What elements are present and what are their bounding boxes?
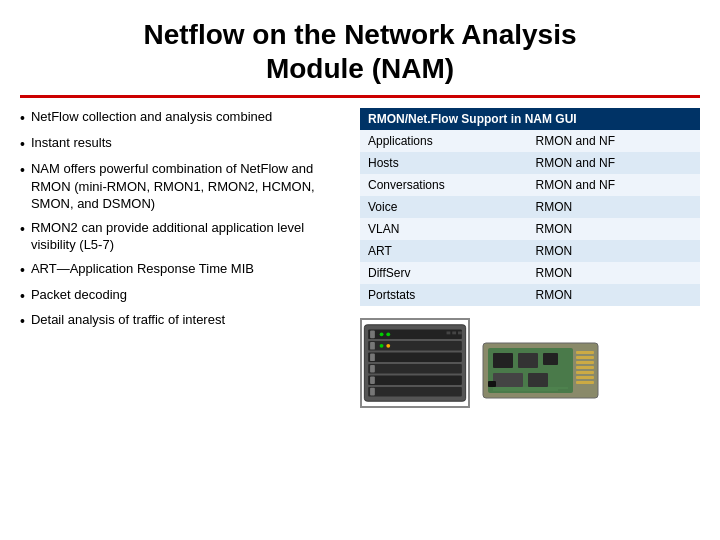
list-item: • Packet decoding <box>20 286 340 306</box>
svg-rect-5 <box>368 376 462 386</box>
table-body: ApplicationsRMON and NFHostsRMON and NFC… <box>360 130 700 306</box>
table-cell-label: Applications <box>360 130 528 152</box>
svg-point-16 <box>380 333 384 337</box>
table-cell-value: RMON and NF <box>528 130 700 152</box>
table-header-row: RMON/Net.Flow Support in NAM GUI <box>360 108 700 130</box>
table-cell-value: RMON <box>528 196 700 218</box>
table-cell-label: ART <box>360 240 528 262</box>
chassis-image <box>360 318 470 408</box>
nam-support-table: RMON/Net.Flow Support in NAM GUI Applica… <box>360 108 700 306</box>
svg-rect-14 <box>452 332 456 335</box>
list-item: • ART—Application Response Time MIB <box>20 260 340 280</box>
table-cell-label: VLAN <box>360 218 528 240</box>
svg-rect-15 <box>458 332 462 335</box>
bullet-icon: • <box>20 312 25 331</box>
svg-rect-27 <box>576 351 594 354</box>
svg-point-18 <box>380 344 384 348</box>
svg-rect-31 <box>576 371 594 374</box>
slide-title: Netflow on the Network Analysis Module (… <box>20 18 700 85</box>
svg-rect-30 <box>576 366 594 369</box>
table-cell-label: Conversations <box>360 174 528 196</box>
slide-container: Netflow on the Network Analysis Module (… <box>0 0 720 540</box>
table-row: ARTRMON <box>360 240 700 262</box>
table-cell-value: RMON <box>528 262 700 284</box>
svg-rect-7 <box>370 331 375 339</box>
svg-rect-10 <box>370 365 375 373</box>
svg-rect-32 <box>576 376 594 379</box>
table-cell-label: Hosts <box>360 152 528 174</box>
bullet-icon: • <box>20 109 25 128</box>
svg-rect-12 <box>370 388 375 396</box>
images-row <box>360 318 700 408</box>
table-row: DiffServRMON <box>360 262 700 284</box>
table-cell-value: RMON and NF <box>528 152 700 174</box>
bullet-icon: • <box>20 135 25 154</box>
svg-rect-3 <box>368 353 462 363</box>
svg-point-19 <box>386 344 390 348</box>
header-divider <box>20 95 700 98</box>
svg-rect-36 <box>488 381 496 387</box>
table-row: HostsRMON and NF <box>360 152 700 174</box>
chassis-svg <box>362 320 468 406</box>
svg-rect-8 <box>370 342 375 350</box>
svg-rect-23 <box>518 353 538 368</box>
table-row: ConversationsRMON and NF <box>360 174 700 196</box>
table-cell-label: Voice <box>360 196 528 218</box>
table-row: VoiceRMON <box>360 196 700 218</box>
table-cell-value: RMON <box>528 284 700 306</box>
list-item: • Detail analysis of traffic of interest <box>20 311 340 331</box>
list-item: • NetFlow collection and analysis combin… <box>20 108 340 128</box>
svg-rect-28 <box>576 356 594 359</box>
table-cell-label: Portstats <box>360 284 528 306</box>
svg-rect-33 <box>576 381 594 384</box>
bullet-icon: • <box>20 220 25 254</box>
table-cell-value: RMON <box>528 240 700 262</box>
table-row: VLANRMON <box>360 218 700 240</box>
svg-rect-22 <box>493 353 513 368</box>
svg-rect-25 <box>493 373 523 387</box>
svg-rect-6 <box>368 387 462 397</box>
bullet-icon: • <box>20 261 25 280</box>
svg-rect-4 <box>368 364 462 374</box>
nam-svg <box>478 333 608 408</box>
svg-rect-9 <box>370 354 375 362</box>
table-cell-value: RMON <box>528 218 700 240</box>
table-row: ApplicationsRMON and NF <box>360 130 700 152</box>
main-content: • NetFlow collection and analysis combin… <box>0 108 720 540</box>
svg-rect-13 <box>447 332 451 335</box>
table-header-cell: RMON/Net.Flow Support in NAM GUI <box>360 108 700 130</box>
table-cell-value: RMON and NF <box>528 174 700 196</box>
bullet-icon: • <box>20 161 25 213</box>
right-panel: RMON/Net.Flow Support in NAM GUI Applica… <box>360 108 700 530</box>
list-item: • Instant results <box>20 134 340 154</box>
svg-rect-29 <box>576 361 594 364</box>
table-row: PortstatsRMON <box>360 284 700 306</box>
list-item: • RMON2 can provide additional applicati… <box>20 219 340 254</box>
svg-rect-26 <box>528 373 548 387</box>
list-item: • NAM offers powerful combination of Net… <box>20 160 340 213</box>
svg-rect-24 <box>543 353 558 365</box>
nam-card-image <box>478 333 608 408</box>
svg-point-17 <box>386 333 390 337</box>
slide-header: Netflow on the Network Analysis Module (… <box>0 0 720 95</box>
bullet-icon: • <box>20 287 25 306</box>
bullet-list: • NetFlow collection and analysis combin… <box>20 108 340 530</box>
table-cell-label: DiffServ <box>360 262 528 284</box>
svg-rect-11 <box>370 377 375 385</box>
